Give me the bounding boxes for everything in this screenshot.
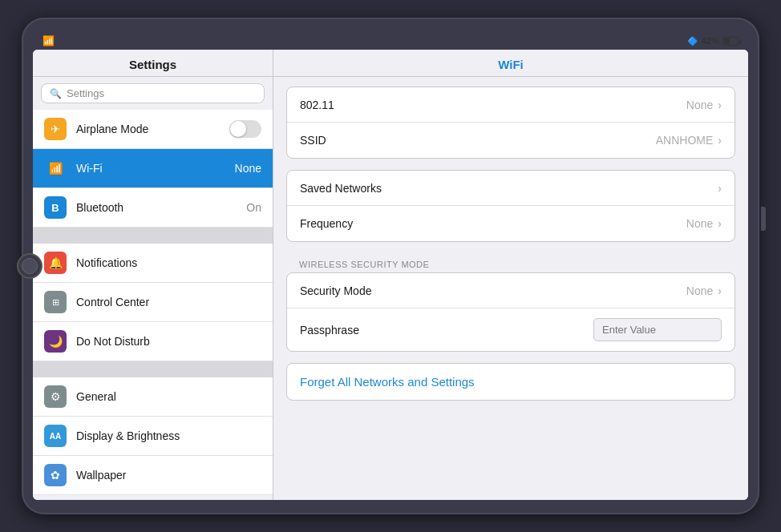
row-passphrase: Passphrase xyxy=(287,308,734,351)
saved-networks-label: Saved Networks xyxy=(300,182,718,195)
security-section-header: WIRELESS SECURITY MODE xyxy=(286,253,735,272)
sidebar-item-general[interactable]: ⚙ General xyxy=(33,377,273,417)
frequency-label: Frequency xyxy=(300,217,686,230)
sidebar-divider-1 xyxy=(33,228,273,244)
forget-networks-link[interactable]: Forget All Networks and Settings xyxy=(287,364,488,400)
802-11-label: 802.11 xyxy=(300,99,686,111)
wifi-label: Wi-Fi xyxy=(76,162,225,175)
search-bar[interactable]: 🔍 Settings xyxy=(41,83,265,103)
frequency-value: None xyxy=(686,217,713,230)
wifi-value: None xyxy=(235,162,261,175)
screen: Settings 🔍 Settings ✈ Airplane Mode xyxy=(33,50,748,500)
sidebar-item-airplane-mode[interactable]: ✈ Airplane Mode xyxy=(33,110,273,149)
general-icon: ⚙ xyxy=(44,385,67,408)
sidebar-item-bluetooth[interactable]: B Bluetooth On xyxy=(33,188,273,228)
sidebar-item-do-not-disturb[interactable]: 🌙 Do Not Disturb xyxy=(33,322,273,361)
do-not-disturb-label: Do Not Disturb xyxy=(76,335,261,348)
airplane-mode-toggle[interactable] xyxy=(229,120,261,138)
search-icon: 🔍 xyxy=(50,88,62,99)
home-button[interactable] xyxy=(17,253,42,279)
sidebar-divider-2 xyxy=(33,361,273,377)
bluetooth-icon: B xyxy=(44,196,67,219)
airplane-mode-icon: ✈ xyxy=(44,118,67,140)
security-mode-value: None xyxy=(686,284,713,297)
sidebar-list: ✈ Airplane Mode 📶 Wi-Fi None B xyxy=(33,110,273,500)
battery-percentage: 42% xyxy=(702,36,719,46)
display-brightness-label: Display & Brightness xyxy=(76,429,261,442)
802-11-chevron: › xyxy=(718,99,722,111)
notifications-icon: 🔔 xyxy=(44,252,67,274)
security-section: WIRELESS SECURITY MODE Security Mode Non… xyxy=(286,253,735,352)
screen-content: Settings 🔍 Settings ✈ Airplane Mode xyxy=(33,50,748,500)
wifi-status-icon: 📶 xyxy=(42,35,55,46)
sidebar-item-wifi[interactable]: 📶 Wi-Fi None xyxy=(33,149,273,188)
sidebar-group-connectivity: ✈ Airplane Mode 📶 Wi-Fi None B xyxy=(33,110,273,228)
main-content: WiFi 802.11 None › SSID ANNHOME › xyxy=(273,50,748,500)
saved-networks-card: Saved Networks › Frequency None › xyxy=(286,170,735,242)
airplane-mode-label: Airplane Mode xyxy=(76,123,220,135)
sidebar: Settings 🔍 Settings ✈ Airplane Mode xyxy=(33,50,273,500)
security-card: Security Mode None › Passphrase xyxy=(286,272,735,352)
saved-networks-chevron: › xyxy=(718,182,722,195)
row-802-11[interactable]: 802.11 None › xyxy=(287,87,734,123)
bluetooth-status-icon: 🔷 xyxy=(687,36,698,46)
ssid-label: SSID xyxy=(300,134,656,147)
row-ssid[interactable]: SSID ANNHOME › xyxy=(287,123,734,158)
sidebar-group-display: ⚙ General AA Display & Brightness ✿ Wall… xyxy=(33,377,273,495)
network-info-card: 802.11 None › SSID ANNHOME › xyxy=(286,87,735,159)
control-center-label: Control Center xyxy=(76,296,261,308)
ipad-frame: 📶 🔷 42% Settings 🔍 Settings xyxy=(22,18,759,514)
security-mode-chevron: › xyxy=(718,284,722,297)
bluetooth-label: Bluetooth xyxy=(76,201,237,214)
row-forget-networks[interactable]: Forget All Networks and Settings xyxy=(287,364,734,400)
control-center-icon: ⊞ xyxy=(44,291,67,313)
status-bar: 📶 🔷 42% xyxy=(33,32,748,50)
ssid-value: ANNHOME xyxy=(656,134,714,147)
frequency-chevron: › xyxy=(718,217,722,230)
wifi-icon: 📶 xyxy=(44,157,67,179)
battery-fill xyxy=(724,38,730,44)
toggle-knob xyxy=(230,121,246,137)
security-mode-label: Security Mode xyxy=(300,284,686,297)
notifications-label: Notifications xyxy=(76,256,261,269)
wallpaper-icon: ✿ xyxy=(44,464,67,486)
sidebar-item-notifications[interactable]: 🔔 Notifications xyxy=(33,244,273,283)
forget-networks-card: Forget All Networks and Settings xyxy=(286,363,735,401)
status-right: 🔷 42% xyxy=(687,36,739,46)
battery-icon xyxy=(722,37,739,46)
passphrase-input[interactable] xyxy=(593,318,722,341)
802-11-value: None xyxy=(686,99,713,111)
row-saved-networks[interactable]: Saved Networks › xyxy=(287,171,734,206)
display-icon: AA xyxy=(44,425,67,447)
search-input-label: Settings xyxy=(67,87,104,99)
ssid-chevron: › xyxy=(718,134,722,147)
side-button[interactable] xyxy=(761,207,766,231)
do-not-disturb-icon: 🌙 xyxy=(44,330,67,353)
status-left: 📶 xyxy=(42,35,55,46)
wallpaper-label: Wallpaper xyxy=(76,469,261,482)
sidebar-item-display-brightness[interactable]: AA Display & Brightness xyxy=(33,417,273,456)
sidebar-item-wallpaper[interactable]: ✿ Wallpaper xyxy=(33,456,273,495)
general-label: General xyxy=(76,390,261,403)
content-title: WiFi xyxy=(273,50,748,77)
row-security-mode[interactable]: Security Mode None › xyxy=(287,273,734,308)
content-body: 802.11 None › SSID ANNHOME › S xyxy=(273,77,748,500)
search-bar-container: 🔍 Settings xyxy=(33,77,273,110)
passphrase-label: Passphrase xyxy=(300,324,593,337)
sidebar-item-control-center[interactable]: ⊞ Control Center xyxy=(33,283,273,322)
home-button-inner xyxy=(22,258,38,274)
bluetooth-value: On xyxy=(246,201,261,214)
sidebar-group-system: 🔔 Notifications ⊞ Control Center 🌙 Do No… xyxy=(33,244,273,361)
sidebar-title: Settings xyxy=(33,50,273,77)
row-frequency[interactable]: Frequency None › xyxy=(287,206,734,241)
